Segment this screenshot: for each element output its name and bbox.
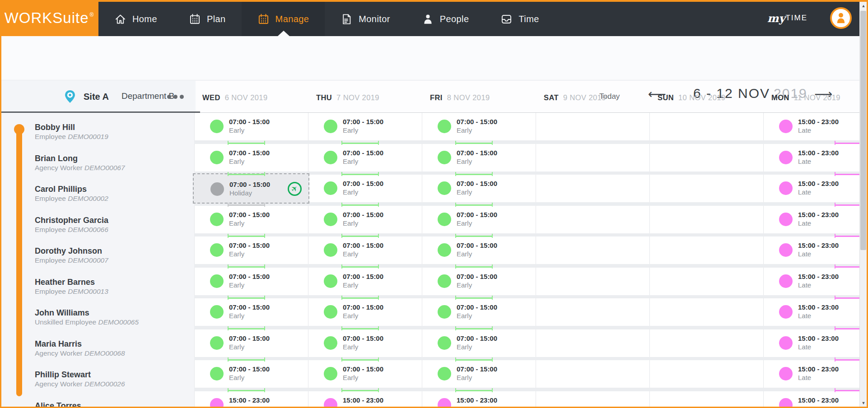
shift-cell-late[interactable]: 15:00 - 23:00Late bbox=[763, 206, 859, 233]
shift-cell-early[interactable]: 07:00 - 15:00Early bbox=[194, 144, 308, 172]
scrollbar-thumb[interactable] bbox=[860, 11, 866, 250]
shift-cell-empty[interactable] bbox=[536, 360, 649, 388]
shift-cell-late[interactable]: 15:00 - 23:00Late bbox=[763, 360, 859, 388]
shift-cell-empty[interactable] bbox=[536, 298, 649, 326]
shift-cell-empty[interactable] bbox=[649, 113, 763, 140]
employee-row[interactable]: Phillip StewartAgency Worker DEMO0002607… bbox=[0, 360, 859, 391]
shift-cell-early[interactable]: 07:00 - 15:00Early bbox=[422, 329, 536, 357]
holiday-plane-icon[interactable]: ✈ bbox=[288, 182, 302, 196]
shift-time: 07:00 - 15:00 bbox=[457, 303, 497, 311]
shift-cell-early[interactable]: 07:00 - 15:00Early bbox=[308, 268, 422, 295]
employee-info[interactable]: Dorothy JohnsonEmployee DEMO00007 bbox=[35, 246, 188, 265]
employee-info[interactable]: Carol PhillipsEmployee DEMO00002 bbox=[35, 185, 188, 203]
shift-cell-empty[interactable] bbox=[649, 360, 763, 388]
nav-tab-time[interactable]: Time bbox=[485, 2, 555, 36]
shift-cell-early[interactable]: 07:00 - 15:00Early bbox=[422, 298, 536, 326]
shift-cell-empty[interactable] bbox=[649, 236, 763, 264]
shift-cell-empty[interactable] bbox=[536, 206, 649, 233]
shift-cell-late[interactable]: 15:00 - 23:00Late bbox=[763, 144, 859, 172]
shift-cell-empty[interactable] bbox=[536, 175, 649, 202]
shift-cell-late[interactable]: 15:00 - 23:00Late bbox=[763, 329, 859, 357]
nav-tab-people[interactable]: People bbox=[406, 2, 485, 36]
vertical-scrollbar[interactable]: ▲ ▼ bbox=[859, 2, 867, 407]
shift-cell-late[interactable]: 15:00 - 23:00Late bbox=[763, 175, 859, 202]
shift-cell-empty[interactable] bbox=[649, 298, 763, 326]
employee-row[interactable]: John WilliamsUnskilled Employee DEMO0006… bbox=[0, 298, 859, 329]
shift-cell-empty[interactable] bbox=[536, 391, 649, 407]
shift-cell-empty[interactable] bbox=[649, 268, 763, 295]
employee-info[interactable]: Brian LongAgency Worker DEMO00067 bbox=[35, 154, 188, 172]
shift-cell-early[interactable]: 07:00 - 15:00Early bbox=[194, 360, 308, 388]
shift-cell-late[interactable]: 15:00 - 23:00Late bbox=[308, 391, 422, 407]
employee-row[interactable]: Maria HarrisAgency Worker DEMO0006807:00… bbox=[0, 329, 859, 361]
shift-cell-empty[interactable] bbox=[536, 329, 649, 357]
shift-cell-early[interactable]: 07:00 - 15:00Early bbox=[308, 206, 422, 233]
shift-cell-early[interactable]: 07:00 - 15:00Early bbox=[422, 175, 536, 202]
employee-name: Phillip Stewart bbox=[35, 370, 188, 379]
shift-cell-empty[interactable] bbox=[649, 144, 763, 172]
shift-cell-early[interactable]: 07:00 - 15:00Early bbox=[422, 236, 536, 264]
shift-status-dot bbox=[324, 336, 337, 350]
employee-info[interactable]: Phillip StewartAgency Worker DEMO00026 bbox=[35, 370, 188, 389]
shift-cell-early[interactable]: 07:00 - 15:00Early bbox=[308, 236, 422, 264]
shift-cell-early[interactable]: 07:00 - 15:00Early bbox=[194, 206, 308, 233]
shift-cell-late[interactable]: 15:00 - 23:00Late bbox=[194, 391, 308, 407]
shift-cell-late[interactable]: 15:00 - 23:00Late bbox=[763, 391, 859, 407]
employee-row[interactable]: Dorothy JohnsonEmployee DEMO0000707:00 -… bbox=[0, 236, 859, 268]
shift-cell-early[interactable]: 07:00 - 15:00Early bbox=[422, 360, 536, 388]
employee-info[interactable]: Maria HarrisAgency Worker DEMO00068 bbox=[35, 339, 188, 358]
shift-cell-late[interactable]: 15:00 - 23:00Late bbox=[422, 391, 536, 407]
shift-cell-early[interactable]: 07:00 - 15:00Early bbox=[194, 113, 308, 140]
scroll-down-arrow[interactable]: ▼ bbox=[860, 399, 867, 407]
shift-cell-early[interactable]: 07:00 - 15:00Early bbox=[308, 360, 422, 388]
shift-cell-empty[interactable] bbox=[649, 329, 763, 357]
employee-list-options-button[interactable] bbox=[167, 95, 184, 99]
employee-info[interactable]: Heather BarnesEmployee DEMO00013 bbox=[35, 278, 188, 296]
shift-cell-late[interactable]: 15:00 - 23:00Late bbox=[763, 236, 859, 264]
employee-info[interactable]: John WilliamsUnskilled Employee DEMO0006… bbox=[35, 308, 188, 327]
shift-cell-late[interactable]: 15:00 - 23:00Late bbox=[763, 268, 859, 295]
nav-tab-home[interactable]: Home bbox=[98, 2, 173, 36]
shift-cell-early[interactable]: 07:00 - 15:00Early bbox=[422, 206, 536, 233]
shift-cell-early[interactable]: 07:00 - 15:00Early bbox=[308, 175, 422, 202]
shift-cell-empty[interactable] bbox=[536, 268, 649, 295]
shift-cell-late[interactable]: 15:00 - 23:00Late bbox=[763, 298, 859, 326]
shift-cell-holiday[interactable]: 07:00 - 15:00Holiday✈ bbox=[193, 173, 309, 204]
scroll-up-arrow[interactable]: ▲ bbox=[860, 2, 867, 9]
employee-info[interactable]: Christopher GarciaEmployee DEMO00066 bbox=[35, 216, 188, 234]
shift-cell-early[interactable]: 07:00 - 15:00Early bbox=[194, 268, 308, 295]
shift-cell-early[interactable]: 07:00 - 15:00Early bbox=[308, 113, 422, 140]
shift-cell-empty[interactable] bbox=[649, 175, 763, 202]
shift-cell-early[interactable]: 07:00 - 15:00Early bbox=[422, 268, 536, 295]
employee-row[interactable]: Christopher GarciaEmployee DEMO0006607:0… bbox=[0, 206, 859, 237]
employee-row[interactable]: Brian LongAgency Worker DEMO0006707:00 -… bbox=[0, 144, 859, 175]
nav-tab-plan[interactable]: Plan bbox=[173, 2, 242, 36]
shift-cell-empty[interactable] bbox=[536, 144, 649, 172]
employee-info[interactable]: Bobby HillEmployee DEMO00019 bbox=[35, 123, 188, 141]
shift-cell-early[interactable]: 07:00 - 15:00Early bbox=[422, 113, 536, 140]
app-logo-text: WORKSuite bbox=[5, 9, 89, 27]
nav-tab-monitor[interactable]: Monitor bbox=[325, 2, 406, 36]
shift-cell-late[interactable]: 15:00 - 23:00Late bbox=[763, 113, 859, 140]
shift-cell-early[interactable]: 07:00 - 15:00Early bbox=[194, 236, 308, 264]
shift-cell-early[interactable]: 07:00 - 15:00Early bbox=[308, 329, 422, 357]
mytime-logo[interactable]: my TIME bbox=[767, 0, 807, 36]
shift-cell-empty[interactable] bbox=[649, 391, 763, 407]
employee-info[interactable]: Alice Torres bbox=[35, 401, 188, 407]
employee-row[interactable]: Alice Torres15:00 - 23:00Late15:00 - 23:… bbox=[0, 391, 859, 407]
employee-row[interactable]: Bobby HillEmployee DEMO0001907:00 - 15:0… bbox=[0, 113, 859, 144]
department-name[interactable]: Department B bbox=[121, 91, 174, 101]
shift-cell-empty[interactable] bbox=[536, 113, 649, 140]
shift-status-dot bbox=[210, 151, 224, 164]
shift-cell-early[interactable]: 07:00 - 15:00Early bbox=[194, 329, 308, 357]
shift-cell-early[interactable]: 07:00 - 15:00Early bbox=[422, 144, 536, 172]
shift-cell-early[interactable]: 07:00 - 15:00Early bbox=[308, 298, 422, 326]
shift-cell-empty[interactable] bbox=[536, 236, 649, 264]
shift-cell-early[interactable]: 07:00 - 15:00Early bbox=[194, 298, 308, 326]
user-avatar[interactable] bbox=[830, 7, 852, 29]
employee-row[interactable]: Heather BarnesEmployee DEMO0001307:00 - … bbox=[0, 268, 859, 299]
shift-cell-early[interactable]: 07:00 - 15:00Early bbox=[308, 144, 422, 172]
site-selector[interactable]: Site A bbox=[63, 89, 109, 104]
employee-row[interactable]: Carol PhillipsEmployee DEMO0000207:00 - … bbox=[0, 175, 859, 206]
shift-cell-empty[interactable] bbox=[649, 206, 763, 233]
